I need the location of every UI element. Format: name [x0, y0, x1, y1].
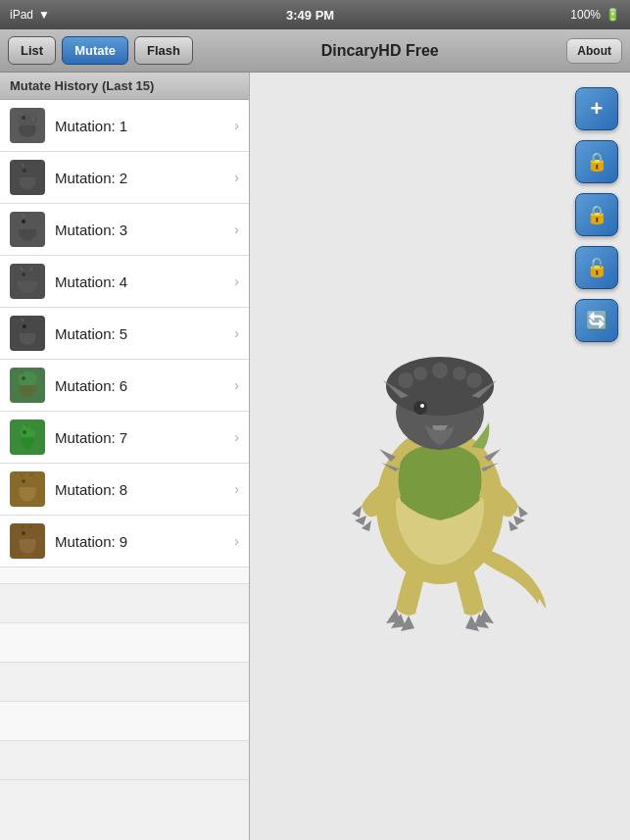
add-button[interactable]: + [575, 87, 618, 130]
mutation-thumb-1 [10, 108, 45, 143]
list-item[interactable]: Mutation: 7 › [0, 412, 249, 464]
wifi-icon: ▼ [38, 8, 50, 22]
action-buttons: + 🔒 🔒 🔓 🔄 [575, 87, 618, 342]
svg-point-23 [413, 367, 427, 380]
sidebar: Mutate History (Last 15) Mutation: 1 › [0, 73, 250, 840]
chevron-icon-7: › [234, 429, 239, 445]
status-bar: iPad ▼ 3:49 PM 100% 🔋 [0, 0, 630, 29]
list-item-empty [0, 568, 249, 584]
svg-point-14 [17, 473, 38, 489]
mutate-button[interactable]: Mutate [62, 36, 128, 65]
list-item-empty [0, 584, 249, 623]
ipad-label: iPad [10, 8, 33, 22]
unlock-button[interactable]: 🔓 [575, 246, 618, 289]
list-item[interactable]: Mutation: 6 › [0, 360, 249, 412]
svg-point-13 [23, 430, 26, 434]
mutation-label-4: Mutation: 4 [55, 273, 234, 290]
svg-point-4 [18, 215, 37, 230]
list-item[interactable]: Mutation: 2 › [0, 152, 249, 204]
mutation-thumb-4 [10, 264, 45, 299]
mutation-label-7: Mutation: 7 [55, 429, 234, 446]
battery-label: 100% [570, 8, 601, 22]
svg-point-15 [22, 479, 25, 483]
chevron-icon-4: › [234, 273, 239, 289]
lock-head-icon: 🔒 [586, 151, 607, 173]
chevron-icon-3: › [234, 222, 239, 237]
mutation-label-3: Mutation: 3 [55, 222, 234, 238]
chevron-icon-6: › [234, 377, 239, 393]
main-area: Mutate History (Last 15) Mutation: 1 › [0, 73, 630, 840]
chevron-icon-2: › [234, 170, 239, 185]
refresh-icon: 🔄 [586, 310, 607, 331]
chevron-icon-5: › [234, 325, 239, 341]
lock-head-button[interactable]: 🔒 [575, 140, 618, 183]
mutation-label-2: Mutation: 2 [55, 170, 234, 186]
svg-point-25 [453, 367, 466, 380]
chevron-icon-1: › [234, 118, 239, 133]
dino-display [303, 271, 577, 643]
mutation-thumb-8 [10, 471, 45, 507]
app-title: DincaryHD Free [199, 42, 560, 60]
svg-point-11 [22, 376, 25, 380]
svg-point-7 [22, 272, 25, 276]
svg-point-28 [420, 404, 424, 408]
svg-point-2 [19, 165, 36, 178]
list-item[interactable]: Mutation: 9 › [0, 516, 249, 568]
toolbar: List Mutate Flash DincaryHD Free About [0, 29, 630, 73]
svg-point-6 [17, 268, 38, 283]
list-item[interactable]: Mutation: 8 › [0, 464, 249, 516]
about-button[interactable]: About [566, 38, 622, 64]
mutation-label-6: Mutation: 6 [55, 377, 234, 394]
list-item[interactable]: Mutation: 5 › [0, 308, 249, 360]
svg-point-27 [413, 401, 427, 415]
svg-point-10 [18, 371, 37, 387]
svg-point-8 [18, 321, 37, 334]
mutation-label-9: Mutation: 9 [55, 533, 234, 550]
list-item-empty [0, 741, 249, 780]
svg-point-24 [432, 363, 448, 378]
mutation-thumb-7 [10, 420, 45, 455]
mutation-thumb-2 [10, 160, 45, 195]
svg-point-1 [22, 116, 25, 120]
list-button[interactable]: List [8, 36, 56, 65]
list-item[interactable]: Mutation: 4 › [0, 256, 249, 308]
chevron-icon-9: › [234, 533, 239, 549]
content-area: + 🔒 🔒 🔓 🔄 [250, 73, 630, 840]
svg-point-3 [23, 169, 26, 173]
lock-body-button[interactable]: 🔒 [575, 193, 618, 236]
svg-point-17 [22, 531, 25, 535]
battery-icon: 🔋 [606, 8, 620, 22]
list-item[interactable]: Mutation: 1 › [0, 100, 249, 152]
svg-point-9 [23, 324, 26, 328]
status-right: 100% 🔋 [570, 8, 620, 22]
list-item-empty [0, 702, 249, 741]
svg-point-22 [398, 372, 413, 388]
sidebar-header: Mutate History (Last 15) [0, 73, 249, 100]
flash-button[interactable]: Flash [134, 36, 193, 65]
lock-body-icon: 🔒 [586, 204, 607, 225]
refresh-button[interactable]: 🔄 [575, 299, 618, 342]
list-item-empty [0, 623, 249, 663]
status-left: iPad ▼ [10, 8, 50, 22]
list-item[interactable]: Mutation: 3 › [0, 204, 249, 256]
svg-point-16 [18, 525, 37, 541]
svg-point-5 [22, 220, 25, 223]
unlock-icon: 🔓 [586, 257, 607, 278]
add-icon: + [591, 96, 604, 122]
mutation-thumb-9 [10, 523, 45, 559]
status-time: 3:49 PM [286, 8, 334, 23]
list-item-empty [0, 663, 249, 702]
mutation-label-5: Mutation: 5 [55, 325, 234, 342]
mutation-thumb-3 [10, 212, 45, 247]
mutation-label-1: Mutation: 1 [55, 118, 234, 134]
chevron-icon-8: › [234, 481, 239, 497]
mutation-thumb-5 [10, 316, 45, 351]
mutation-thumb-6 [10, 368, 45, 403]
mutation-label-8: Mutation: 8 [55, 481, 234, 498]
svg-point-26 [466, 372, 482, 388]
svg-point-0 [18, 112, 37, 127]
